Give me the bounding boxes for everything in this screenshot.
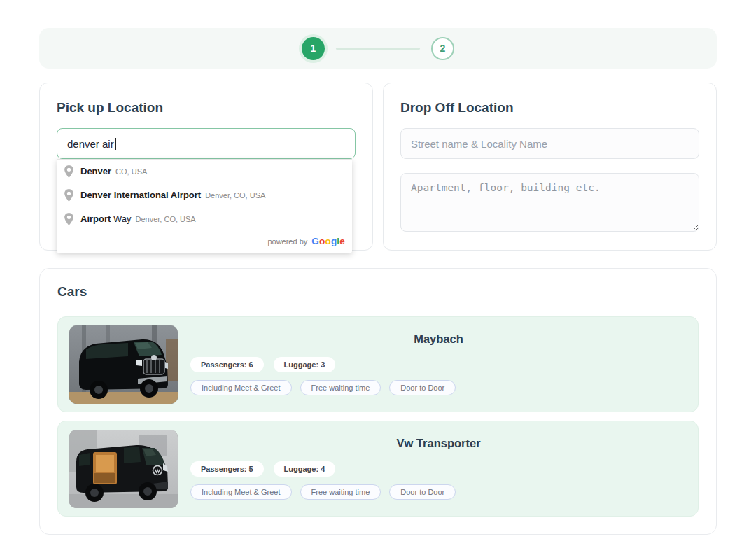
- cars-section: Cars: [39, 268, 717, 535]
- passengers-badge: Passengers: 5: [190, 461, 264, 477]
- pickup-input-wrap: denver air Denver CO, USA: [57, 128, 356, 159]
- pickup-address-input[interactable]: denver air: [57, 128, 356, 159]
- suggestion-main-text: Denver: [80, 166, 111, 176]
- dropoff-location-card: Drop Off Location: [383, 83, 717, 251]
- suggestion-secondary-text: Denver, CO, USA: [205, 191, 265, 200]
- car-details-vw-transporter: Vw Transporter Passengers: 5 Luggage: 4 …: [190, 430, 687, 508]
- suggestion-item-airport-way[interactable]: Airport Way Denver, CO, USA: [57, 206, 352, 230]
- location-cards-row: Pick up Location denver air Denver CO, U…: [39, 83, 717, 251]
- passengers-badge: Passengers: 6: [190, 357, 264, 372]
- car-card-vw-transporter[interactable]: Vw Transporter Passengers: 5 Luggage: 4 …: [57, 421, 699, 517]
- autocomplete-dropdown: Denver CO, USA Denver International Airp…: [57, 159, 352, 253]
- car-stats-row: Passengers: 6 Luggage: 3: [190, 357, 687, 372]
- suggestion-secondary-text: Denver, CO, USA: [135, 215, 195, 223]
- pickup-title: Pick up Location: [57, 100, 356, 115]
- car-features-row: Including Meet & Greet Free waiting time…: [190, 380, 687, 396]
- suggestion-item-denver[interactable]: Denver CO, USA: [57, 160, 352, 183]
- step-1-circle[interactable]: 1: [302, 37, 325, 60]
- suggestion-main-text: Airport Way: [80, 214, 131, 224]
- google-logo: Google: [312, 236, 345, 246]
- suggestion-main-text: Denver International Airport: [80, 190, 201, 200]
- dropoff-title: Drop Off Location: [400, 100, 699, 115]
- luggage-badge: Luggage: 3: [274, 357, 336, 372]
- powered-by-google-footer: powered by Google: [57, 230, 352, 253]
- car-details-maybach: Maybach Passengers: 6 Luggage: 3 Includi…: [190, 326, 687, 404]
- car-photo-vw-transporter: [69, 430, 178, 508]
- feature-free-waiting: Free waiting time: [300, 380, 382, 396]
- luggage-badge: Luggage: 4: [274, 461, 336, 477]
- dropoff-street-input[interactable]: [400, 128, 699, 159]
- progress-stepper: 1 2: [39, 28, 717, 69]
- location-pin-icon: [64, 164, 75, 178]
- car-photo-maybach: [69, 326, 178, 404]
- powered-by-label: powered by: [267, 237, 307, 246]
- feature-meet-greet: Including Meet & Greet: [190, 484, 292, 500]
- booking-page: 1 2 Pick up Location denver air De: [0, 0, 756, 560]
- suggestion-secondary-text: CO, USA: [115, 167, 147, 176]
- suggestion-item-denver-international-airport[interactable]: Denver International Airport Denver, CO,…: [57, 183, 352, 206]
- feature-door-to-door: Door to Door: [389, 380, 456, 396]
- feature-meet-greet: Including Meet & Greet: [190, 380, 292, 396]
- car-name: Vw Transporter: [190, 437, 687, 450]
- pickup-location-card: Pick up Location denver air Denver CO, U…: [39, 83, 373, 251]
- step-connector-line: [336, 48, 420, 50]
- cars-section-title: Cars: [57, 284, 699, 300]
- text-cursor-caret: [115, 138, 116, 150]
- step-2-circle[interactable]: 2: [431, 37, 454, 60]
- car-card-maybach[interactable]: Maybach Passengers: 6 Luggage: 3 Includi…: [57, 316, 699, 412]
- dropoff-apartment-textarea[interactable]: [400, 173, 699, 232]
- pickup-input-value: denver air: [67, 138, 114, 150]
- location-pin-icon: [64, 188, 75, 202]
- feature-door-to-door: Door to Door: [389, 484, 456, 500]
- location-pin-icon: [64, 212, 75, 225]
- car-features-row: Including Meet & Greet Free waiting time…: [190, 484, 687, 500]
- car-name: Maybach: [190, 332, 687, 346]
- feature-free-waiting: Free waiting time: [300, 484, 382, 500]
- car-stats-row: Passengers: 5 Luggage: 4: [190, 461, 687, 477]
